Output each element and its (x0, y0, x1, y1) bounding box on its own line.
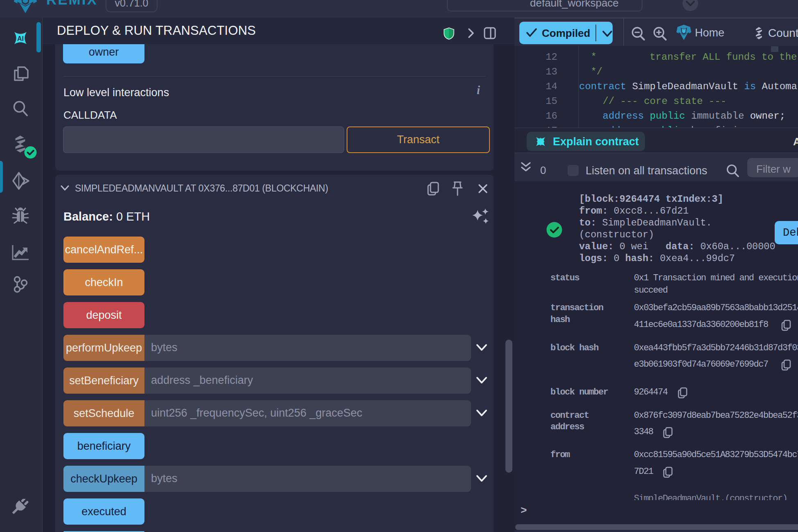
svg-text:AI: AI (17, 35, 24, 42)
